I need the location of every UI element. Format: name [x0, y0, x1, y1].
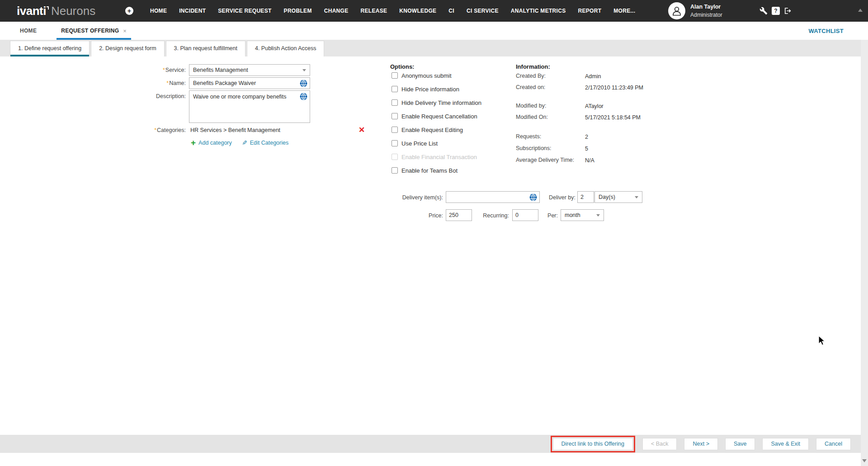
user-avatar[interactable] — [668, 2, 685, 19]
menu-release[interactable]: RELEASE — [361, 8, 387, 14]
edit-categories-label: Edit Categories — [250, 140, 288, 146]
help-icon[interactable]: ? — [772, 7, 780, 15]
mouse-cursor — [818, 335, 828, 346]
direct-link-button[interactable]: Direct link to this Offering — [553, 438, 633, 450]
description-field[interactable]: Waive one or more company benefits — [189, 90, 310, 123]
brand-ivanti: ivanti — [17, 4, 46, 18]
settings-wrench-icon[interactable] — [760, 7, 768, 15]
menu-problem[interactable]: PROBLEM — [284, 8, 312, 14]
checkbox[interactable] — [392, 167, 398, 174]
add-icon: + — [191, 139, 196, 146]
next-button[interactable]: Next > — [684, 438, 717, 450]
person-icon — [671, 5, 683, 17]
vertical-scrollbar[interactable] — [861, 40, 868, 466]
menu-analytic-metrics[interactable]: ANALYTIC METRICS — [511, 8, 566, 14]
per-select-value: month — [565, 212, 580, 218]
name-field-value: Benefits Package Waiver — [193, 80, 256, 86]
workspace-tab-row: HOME REQUEST OFFERING × WATCHLIST — [0, 22, 861, 40]
description-field-value: Waive one or more company benefits — [193, 94, 287, 100]
menu-home[interactable]: HOME — [150, 8, 167, 14]
name-label: *Name: — [108, 80, 186, 86]
workspace-tab-home[interactable]: HOME — [20, 28, 37, 34]
service-select-value: Benefits Management — [193, 67, 248, 73]
menu-report[interactable]: REPORT — [578, 8, 601, 14]
workspace-tab-label: REQUEST OFFERING — [61, 28, 119, 34]
modified-by-value: ATaylor — [585, 103, 646, 110]
categories-value: HR Services > Benefit Management — [190, 127, 280, 133]
save-button[interactable]: Save — [725, 438, 755, 450]
option-anonymous-submit: Anonymous submit — [392, 72, 452, 79]
checkbox[interactable] — [392, 99, 398, 106]
main-menu: HOME INCIDENT SERVICE REQUEST PROBLEM CH… — [150, 0, 635, 22]
edit-categories-button[interactable]: ✎ Edit Categories — [242, 139, 288, 146]
requests-value: 2 — [585, 133, 646, 141]
step-publish-action-access[interactable]: 4. Publish Action Access — [247, 41, 325, 56]
checkbox[interactable] — [392, 86, 398, 92]
requests-label: Requests: — [516, 133, 541, 140]
chevron-down-icon — [596, 214, 600, 217]
average-delivery-time-label: Average Delivery Time: — [516, 157, 574, 163]
option-use-price-list: Use Price List — [392, 140, 438, 147]
remove-category-icon[interactable]: ✕ — [359, 126, 365, 134]
checkbox[interactable] — [392, 127, 398, 133]
average-delivery-time-value: N/A — [585, 157, 646, 165]
delivery-items-field[interactable] — [446, 191, 540, 203]
logo-mark — [47, 6, 49, 9]
menu-incident[interactable]: INCIDENT — [179, 8, 206, 14]
required-marker: * — [163, 67, 165, 73]
deliver-by-unit-select[interactable]: Day(s) — [594, 191, 642, 203]
user-role: Administrator — [690, 12, 722, 18]
menu-change[interactable]: CHANGE — [324, 8, 349, 14]
step-design-request-form[interactable]: 2. Design request form — [91, 41, 164, 56]
translate-globe-icon[interactable] — [300, 93, 307, 100]
modified-on-label: Modified On: — [516, 114, 548, 120]
created-on-value: 2/17/2010 11:23:49 PM — [585, 84, 646, 92]
description-label: Description: — [108, 93, 186, 99]
price-field[interactable]: 250 — [446, 209, 472, 221]
deliver-by-field[interactable]: 2 — [577, 191, 594, 203]
ivanti-neurons-logo: ivantiNeurons — [17, 4, 95, 18]
scroll-down-arrow-icon[interactable] — [862, 459, 867, 462]
quick-add-icon[interactable]: + — [125, 7, 133, 15]
created-by-value: Admin — [585, 73, 646, 80]
workspace-tab-request-offering[interactable]: REQUEST OFFERING × — [57, 22, 131, 40]
option-enable-request-cancellation: Enable Request Cancellation — [392, 113, 477, 120]
per-label: Per: — [533, 212, 558, 219]
per-select[interactable]: month — [561, 209, 604, 221]
modified-on-value: 5/17/2021 5:18:54 PM — [585, 114, 646, 122]
add-category-button[interactable]: + Add category — [191, 139, 232, 146]
checkbox[interactable] — [392, 72, 398, 79]
checkbox[interactable] — [392, 113, 398, 119]
checkbox[interactable] — [392, 140, 398, 146]
cancel-button[interactable]: Cancel — [816, 438, 851, 450]
service-label: *Service: — [108, 67, 186, 73]
close-tab-icon[interactable]: × — [123, 28, 127, 34]
edit-pencil-icon: ✎ — [242, 139, 247, 146]
chevron-down-icon — [302, 69, 306, 71]
menu-more[interactable]: MORE... — [613, 8, 635, 14]
step-define-request-offering[interactable]: 1. Define request offering — [10, 41, 90, 56]
name-field[interactable]: Benefits Package Waiver — [189, 77, 310, 89]
watchlist-link[interactable]: WATCHLIST — [808, 28, 844, 34]
logout-icon[interactable] — [783, 7, 792, 15]
option-enable-financial-transaction: Enable Financial Transaction — [392, 153, 477, 160]
step-plan-request-fulfillment[interactable]: 3. Plan request fulfillment — [166, 41, 245, 56]
brand-neurons: Neurons — [51, 4, 95, 18]
save-and-exit-button[interactable]: Save & Exit — [762, 438, 809, 450]
menu-knowledge[interactable]: KNOWLEDGE — [399, 8, 436, 14]
subscriptions-value: 5 — [585, 145, 646, 153]
subscriptions-label: Subscriptions: — [516, 145, 552, 151]
app-screen: ivantiNeurons + HOME INCIDENT SERVICE RE… — [0, 0, 868, 466]
delivery-items-label: Delivery item(s): — [386, 194, 443, 201]
footer-action-bar: Direct link to this Offering < Back Next… — [0, 435, 861, 453]
service-select[interactable]: Benefits Management — [189, 64, 310, 76]
menu-ci[interactable]: CI — [448, 8, 454, 14]
translate-globe-icon[interactable] — [300, 80, 307, 87]
translate-globe-icon[interactable] — [529, 193, 537, 201]
menu-ci-service[interactable]: CI SERVICE — [467, 8, 499, 14]
scroll-up-arrow-icon[interactable] — [858, 9, 863, 12]
user-name: Alan Taylor — [690, 4, 721, 10]
option-enable-for-teams-bot: Enable for Teams Bot — [392, 167, 458, 174]
deliver-by-label: Deliver by: — [545, 194, 576, 201]
menu-service-request[interactable]: SERVICE REQUEST — [218, 8, 271, 14]
